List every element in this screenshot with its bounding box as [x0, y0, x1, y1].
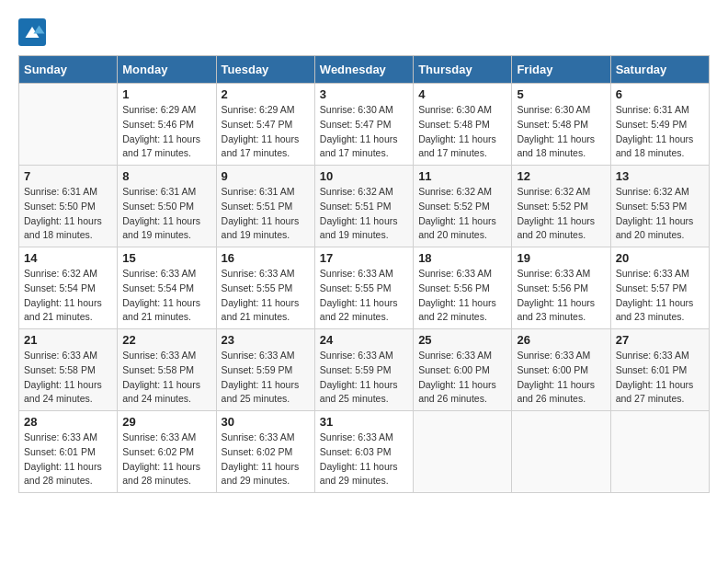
calendar-cell: 28Sunrise: 6:33 AMSunset: 6:01 PMDayligh…: [19, 411, 118, 493]
day-number: 30: [222, 415, 310, 429]
calendar-cell: 23Sunrise: 6:33 AMSunset: 5:59 PMDayligh…: [216, 329, 314, 411]
calendar-cell: 10Sunrise: 6:32 AMSunset: 5:51 PMDayligh…: [314, 166, 413, 247]
day-number: 28: [24, 415, 112, 429]
page-header: [18, 18, 710, 46]
day-info: Sunrise: 6:33 AMSunset: 6:01 PMDaylight:…: [616, 349, 704, 407]
day-info: Sunrise: 6:33 AMSunset: 6:02 PMDaylight:…: [222, 431, 310, 488]
calendar-cell: 3Sunrise: 6:30 AMSunset: 5:47 PMDaylight…: [314, 84, 413, 166]
day-number: 9: [222, 169, 310, 183]
day-number: 5: [517, 87, 605, 101]
day-number: 24: [320, 333, 408, 347]
day-info: Sunrise: 6:32 AMSunset: 5:51 PMDaylight:…: [320, 185, 408, 243]
day-number: 18: [418, 251, 506, 265]
weekday-header-wednesday: Wednesday: [314, 56, 413, 84]
day-number: 17: [320, 251, 408, 265]
calendar-cell: [512, 411, 610, 493]
day-number: 29: [122, 415, 210, 429]
day-info: Sunrise: 6:33 AMSunset: 6:03 PMDaylight:…: [320, 431, 408, 488]
day-info: Sunrise: 6:33 AMSunset: 6:02 PMDaylight:…: [122, 431, 210, 488]
day-info: Sunrise: 6:32 AMSunset: 5:53 PMDaylight:…: [616, 185, 704, 243]
day-info: Sunrise: 6:33 AMSunset: 6:01 PMDaylight:…: [24, 431, 112, 488]
day-info: Sunrise: 6:33 AMSunset: 6:00 PMDaylight:…: [517, 349, 605, 407]
day-number: 16: [222, 251, 310, 265]
day-info: Sunrise: 6:32 AMSunset: 5:52 PMDaylight:…: [517, 185, 605, 243]
weekday-header-saturday: Saturday: [610, 56, 709, 84]
calendar-cell: 9Sunrise: 6:31 AMSunset: 5:51 PMDaylight…: [216, 166, 314, 247]
day-info: Sunrise: 6:33 AMSunset: 5:59 PMDaylight:…: [222, 349, 310, 407]
calendar-cell: 31Sunrise: 6:33 AMSunset: 6:03 PMDayligh…: [314, 411, 413, 493]
day-number: 31: [320, 415, 408, 429]
day-number: 1: [122, 87, 210, 101]
calendar-cell: 15Sunrise: 6:33 AMSunset: 5:54 PMDayligh…: [118, 247, 216, 329]
calendar-week-row: 28Sunrise: 6:33 AMSunset: 6:01 PMDayligh…: [19, 411, 710, 493]
day-number: 27: [616, 333, 704, 347]
day-info: Sunrise: 6:33 AMSunset: 5:54 PMDaylight:…: [122, 267, 210, 325]
day-info: Sunrise: 6:33 AMSunset: 6:00 PMDaylight:…: [418, 349, 506, 407]
day-number: 6: [616, 87, 704, 101]
calendar-cell: 19Sunrise: 6:33 AMSunset: 5:56 PMDayligh…: [512, 247, 610, 329]
day-number: 4: [418, 87, 506, 101]
day-number: 22: [122, 333, 210, 347]
day-info: Sunrise: 6:33 AMSunset: 5:56 PMDaylight:…: [517, 267, 605, 325]
day-number: 14: [24, 251, 112, 265]
calendar-cell: 7Sunrise: 6:31 AMSunset: 5:50 PMDaylight…: [19, 166, 118, 247]
calendar-cell: 5Sunrise: 6:30 AMSunset: 5:48 PMDaylight…: [512, 84, 610, 166]
calendar-cell: 11Sunrise: 6:32 AMSunset: 5:52 PMDayligh…: [414, 166, 512, 247]
day-number: 7: [24, 169, 112, 183]
day-number: 12: [517, 169, 605, 183]
weekday-header-monday: Monday: [118, 56, 216, 84]
calendar-cell: [610, 411, 709, 493]
weekday-header-tuesday: Tuesday: [216, 56, 314, 84]
day-info: Sunrise: 6:30 AMSunset: 5:48 PMDaylight:…: [418, 103, 506, 161]
day-info: Sunrise: 6:29 AMSunset: 5:47 PMDaylight:…: [222, 103, 310, 161]
calendar-cell: 1Sunrise: 6:29 AMSunset: 5:46 PMDaylight…: [118, 84, 216, 166]
day-info: Sunrise: 6:32 AMSunset: 5:52 PMDaylight:…: [418, 185, 506, 243]
day-number: 15: [122, 251, 210, 265]
calendar-cell: 13Sunrise: 6:32 AMSunset: 5:53 PMDayligh…: [610, 166, 709, 247]
calendar-cell: 6Sunrise: 6:31 AMSunset: 5:49 PMDaylight…: [610, 84, 709, 166]
day-number: 20: [616, 251, 704, 265]
calendar-cell: 24Sunrise: 6:33 AMSunset: 5:59 PMDayligh…: [314, 329, 413, 411]
weekday-header-friday: Friday: [512, 56, 610, 84]
calendar-week-row: 7Sunrise: 6:31 AMSunset: 5:50 PMDaylight…: [19, 166, 710, 247]
calendar-cell: 20Sunrise: 6:33 AMSunset: 5:57 PMDayligh…: [610, 247, 709, 329]
day-info: Sunrise: 6:33 AMSunset: 5:56 PMDaylight:…: [418, 267, 506, 325]
calendar-cell: 18Sunrise: 6:33 AMSunset: 5:56 PMDayligh…: [414, 247, 512, 329]
day-info: Sunrise: 6:33 AMSunset: 5:55 PMDaylight:…: [320, 267, 408, 325]
day-info: Sunrise: 6:31 AMSunset: 5:49 PMDaylight:…: [616, 103, 704, 161]
calendar-cell: 14Sunrise: 6:32 AMSunset: 5:54 PMDayligh…: [19, 247, 118, 329]
calendar-week-row: 14Sunrise: 6:32 AMSunset: 5:54 PMDayligh…: [19, 247, 710, 329]
day-number: 13: [616, 169, 704, 183]
calendar-cell: 17Sunrise: 6:33 AMSunset: 5:55 PMDayligh…: [314, 247, 413, 329]
calendar-cell: [19, 84, 118, 166]
calendar-cell: 22Sunrise: 6:33 AMSunset: 5:58 PMDayligh…: [118, 329, 216, 411]
logo: [18, 18, 50, 46]
day-info: Sunrise: 6:33 AMSunset: 5:58 PMDaylight:…: [24, 349, 112, 407]
day-number: 11: [418, 169, 506, 183]
calendar-header-row: SundayMondayTuesdayWednesdayThursdayFrid…: [19, 56, 710, 84]
day-info: Sunrise: 6:31 AMSunset: 5:51 PMDaylight:…: [222, 185, 310, 243]
calendar-week-row: 1Sunrise: 6:29 AMSunset: 5:46 PMDaylight…: [19, 84, 710, 166]
calendar-table: SundayMondayTuesdayWednesdayThursdayFrid…: [18, 55, 710, 493]
day-info: Sunrise: 6:30 AMSunset: 5:47 PMDaylight:…: [320, 103, 408, 161]
calendar-cell: 4Sunrise: 6:30 AMSunset: 5:48 PMDaylight…: [414, 84, 512, 166]
day-info: Sunrise: 6:31 AMSunset: 5:50 PMDaylight:…: [24, 185, 112, 243]
day-number: 25: [418, 333, 506, 347]
calendar-cell: 16Sunrise: 6:33 AMSunset: 5:55 PMDayligh…: [216, 247, 314, 329]
calendar-cell: 29Sunrise: 6:33 AMSunset: 6:02 PMDayligh…: [118, 411, 216, 493]
day-info: Sunrise: 6:33 AMSunset: 5:59 PMDaylight:…: [320, 349, 408, 407]
day-info: Sunrise: 6:33 AMSunset: 5:57 PMDaylight:…: [616, 267, 704, 325]
calendar-week-row: 21Sunrise: 6:33 AMSunset: 5:58 PMDayligh…: [19, 329, 710, 411]
calendar-cell: 25Sunrise: 6:33 AMSunset: 6:00 PMDayligh…: [414, 329, 512, 411]
calendar-cell: 21Sunrise: 6:33 AMSunset: 5:58 PMDayligh…: [19, 329, 118, 411]
calendar-cell: [414, 411, 512, 493]
day-number: 19: [517, 251, 605, 265]
calendar-cell: 26Sunrise: 6:33 AMSunset: 6:00 PMDayligh…: [512, 329, 610, 411]
day-number: 2: [222, 87, 310, 101]
day-number: 21: [24, 333, 112, 347]
calendar-cell: 27Sunrise: 6:33 AMSunset: 6:01 PMDayligh…: [610, 329, 709, 411]
day-number: 26: [517, 333, 605, 347]
day-number: 23: [222, 333, 310, 347]
day-info: Sunrise: 6:30 AMSunset: 5:48 PMDaylight:…: [517, 103, 605, 161]
day-info: Sunrise: 6:32 AMSunset: 5:54 PMDaylight:…: [24, 267, 112, 325]
